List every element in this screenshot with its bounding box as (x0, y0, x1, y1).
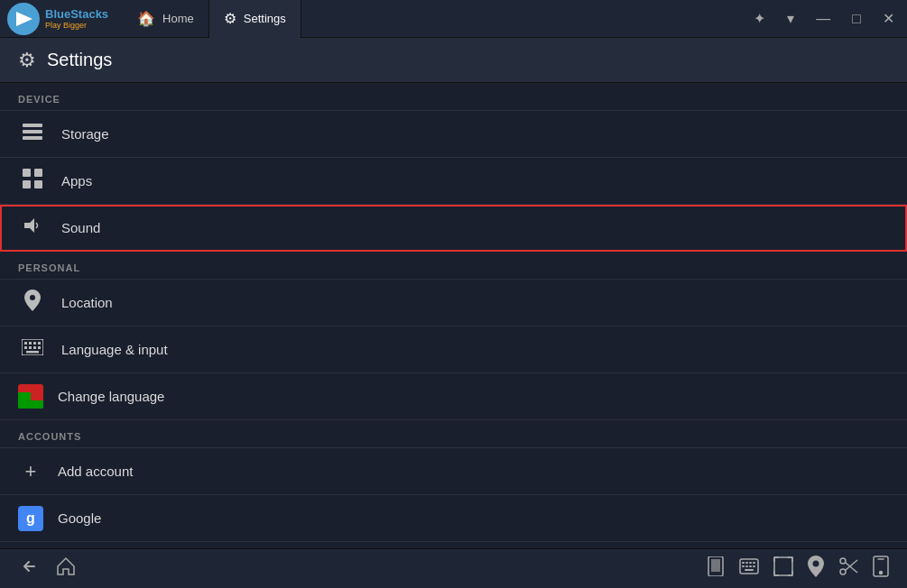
google-label: Google (58, 510, 101, 526)
bluestacks-logo-icon (7, 3, 40, 35)
add-account-icon: + (18, 459, 43, 484)
svg-rect-33 (774, 557, 792, 575)
section-personal: PERSONAL (0, 252, 907, 280)
tab-home[interactable]: 🏠 Home (123, 0, 209, 38)
section-accounts: ACCOUNTS (0, 420, 907, 448)
svg-rect-14 (33, 342, 36, 345)
logo-tagline: Play Bigger (45, 21, 108, 30)
expand-icon[interactable] (773, 556, 793, 581)
svg-rect-8 (34, 180, 42, 188)
svg-point-36 (840, 569, 846, 574)
minimize-button[interactable]: — (810, 7, 836, 31)
google-icon: g (18, 506, 43, 531)
language-input-label: Language & input (61, 342, 168, 357)
menu-item-google[interactable]: g Google (0, 495, 907, 542)
section-personal-label: PERSONAL (18, 262, 80, 273)
home-tab-icon: 🏠 (137, 10, 155, 27)
menu-item-location[interactable]: Location (0, 280, 907, 326)
mobile-icon[interactable] (873, 556, 889, 582)
home-button[interactable] (56, 556, 76, 581)
bottombar (0, 548, 907, 588)
menu-item-add-account[interactable]: + Add account (0, 448, 907, 495)
section-device: DEVICE (0, 83, 907, 111)
keyboard-bottom-icon[interactable] (739, 558, 759, 579)
scissors-icon[interactable] (838, 556, 858, 581)
svg-rect-13 (29, 342, 32, 345)
svg-rect-2 (23, 124, 42, 127)
settings-page-title: Settings (47, 50, 112, 70)
svg-rect-19 (38, 346, 41, 349)
svg-point-34 (813, 561, 819, 567)
add-account-label: Add account (58, 464, 133, 479)
svg-point-10 (30, 295, 35, 300)
location-label: Location (61, 295, 113, 310)
storage-icon (18, 124, 47, 144)
apps-label: Apps (61, 173, 92, 188)
svg-rect-17 (29, 346, 32, 349)
logo-text: BlueStacks Play Bigger (45, 7, 108, 31)
settings-content: DEVICE Storage Apps (0, 83, 907, 548)
settings-header-icon: ⚙ (18, 49, 36, 72)
section-device-label: DEVICE (18, 94, 60, 105)
menu-item-storage[interactable]: Storage (0, 111, 907, 158)
svg-rect-18 (33, 346, 36, 349)
settings-page-header: ⚙ Settings (0, 38, 907, 83)
settings-tab-icon: ⚙ (224, 10, 236, 27)
menu-item-language-input[interactable]: Language & input (0, 326, 907, 373)
sound-label: Sound (61, 220, 100, 235)
svg-rect-22 (711, 559, 720, 572)
star-button[interactable]: ✦ (748, 6, 771, 31)
tab-settings[interactable]: ⚙ Settings (209, 0, 301, 38)
location-icon (18, 289, 47, 316)
svg-rect-4 (23, 136, 42, 140)
svg-rect-6 (34, 169, 42, 177)
menu-item-apps[interactable]: Apps (0, 158, 907, 205)
svg-point-35 (840, 558, 846, 564)
apps-icon (18, 169, 47, 193)
close-button[interactable]: ✕ (877, 6, 900, 31)
menu-item-sound[interactable]: Sound (0, 205, 907, 252)
section-bluestacks-settings: BLUESTACKS SETTINGS (0, 542, 907, 548)
section-accounts-label: ACCOUNTS (18, 431, 81, 442)
bottom-nav-left (18, 556, 76, 581)
titlebar: BlueStacks Play Bigger 🏠 Home ⚙ Settings… (0, 0, 907, 38)
tab-home-label: Home (162, 12, 194, 25)
svg-rect-3 (23, 130, 42, 133)
back-button[interactable] (18, 556, 38, 581)
change-language-label: Change language (58, 389, 164, 404)
logo: BlueStacks Play Bigger (7, 3, 108, 35)
sound-icon (18, 216, 47, 239)
window-controls: ✦ ▾ — □ ✕ (748, 6, 900, 31)
svg-rect-12 (24, 342, 27, 345)
svg-rect-16 (24, 346, 27, 349)
bottom-nav-right (707, 556, 889, 582)
svg-point-40 (880, 572, 883, 574)
phone-icon[interactable] (707, 556, 725, 581)
change-language-icon (18, 384, 43, 409)
pin-bottom-icon[interactable] (808, 556, 824, 582)
keyboard-icon (18, 339, 47, 360)
menu-item-change-language[interactable]: Change language (0, 373, 907, 420)
tab-settings-label: Settings (244, 12, 286, 25)
maximize-button[interactable]: □ (847, 7, 866, 31)
svg-rect-5 (23, 169, 31, 177)
svg-rect-7 (23, 180, 31, 188)
svg-rect-15 (38, 342, 41, 345)
svg-marker-9 (24, 218, 34, 233)
wifi-button[interactable]: ▾ (782, 6, 800, 31)
storage-label: Storage (61, 126, 109, 142)
svg-rect-20 (26, 351, 39, 354)
logo-brand: BlueStacks (45, 7, 108, 22)
